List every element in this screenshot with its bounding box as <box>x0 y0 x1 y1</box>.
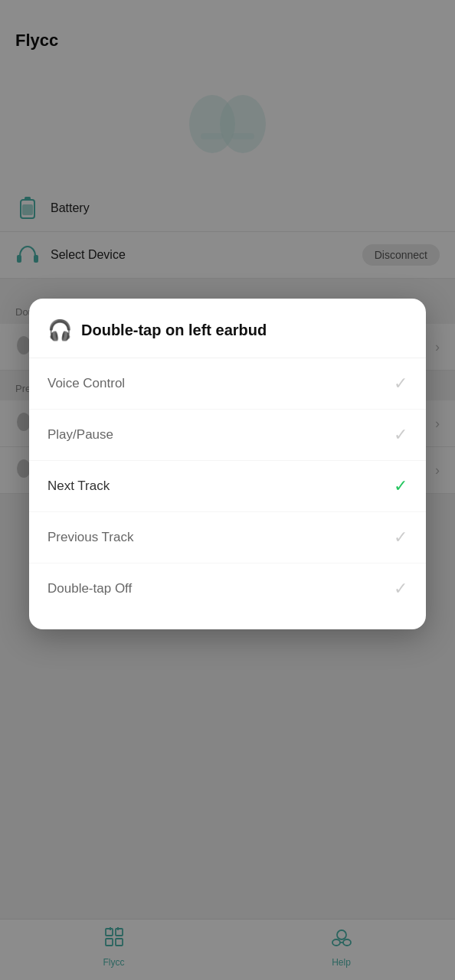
double-tap-off-label: Double-tap Off <box>47 581 132 596</box>
modal-title: Double-tap on left earbud <box>81 322 267 339</box>
option-next-track[interactable]: Next Track ✓ <box>29 461 426 512</box>
previous-track-label: Previous Track <box>47 530 133 545</box>
play-pause-check: ✓ <box>394 425 408 445</box>
double-tap-off-check: ✓ <box>394 579 408 599</box>
previous-track-check: ✓ <box>394 528 408 547</box>
modal-double-tap: 🎧 Double-tap on left earbud Voice Contro… <box>29 299 426 629</box>
voice-control-check: ✓ <box>394 374 408 394</box>
play-pause-label: Play/Pause <box>47 427 113 443</box>
option-double-tap-off[interactable]: Double-tap Off ✓ <box>29 564 426 614</box>
option-previous-track[interactable]: Previous Track ✓ <box>29 512 426 564</box>
modal-earbud-icon: 🎧 <box>47 318 72 342</box>
voice-control-label: Voice Control <box>47 376 125 391</box>
option-play-pause[interactable]: Play/Pause ✓ <box>29 410 426 461</box>
next-track-label: Next Track <box>47 479 110 494</box>
next-track-check: ✓ <box>394 476 408 496</box>
modal-header: 🎧 Double-tap on left earbud <box>29 299 426 358</box>
option-voice-control[interactable]: Voice Control ✓ <box>29 358 426 410</box>
